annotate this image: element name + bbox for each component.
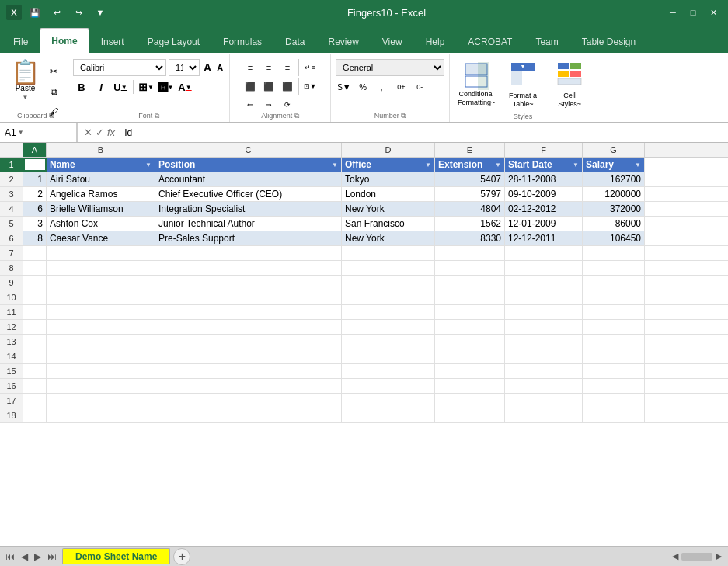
tab-home[interactable]: Home xyxy=(40,28,89,53)
cell-g8[interactable] xyxy=(583,261,645,275)
cell-a18[interactable] xyxy=(23,408,47,422)
cell-d3[interactable]: London xyxy=(342,187,435,201)
align-center-btn[interactable]: ⬛ xyxy=(260,78,277,95)
cell-a3[interactable]: 2 xyxy=(23,187,47,201)
cell-f8[interactable] xyxy=(505,261,583,275)
cell-e6[interactable]: 8330 xyxy=(435,231,505,245)
cell-g10[interactable] xyxy=(583,290,645,304)
row-num-15[interactable]: 15 xyxy=(0,364,23,378)
cell-ref-dropdown[interactable]: ▼ xyxy=(18,129,24,136)
col-header-b[interactable]: B xyxy=(47,143,155,157)
cell-a13[interactable] xyxy=(23,335,47,349)
cell-b4[interactable]: Brielle Williamson xyxy=(47,202,155,216)
redo-icon[interactable]: ↪ xyxy=(70,4,87,21)
cell-c10[interactable] xyxy=(155,290,342,304)
cell-f14[interactable] xyxy=(505,349,583,363)
cell-d16[interactable] xyxy=(342,379,435,393)
cell-d18[interactable] xyxy=(342,408,435,422)
tab-page-layout[interactable]: Page Layout xyxy=(136,28,211,53)
more-icon[interactable]: ▼ xyxy=(92,4,109,21)
tab-insert[interactable]: Insert xyxy=(89,28,136,53)
increase-font-btn[interactable]: A xyxy=(202,61,213,74)
cell-f11[interactable] xyxy=(505,305,583,319)
row-num-8[interactable]: 8 xyxy=(0,261,23,275)
cell-b11[interactable] xyxy=(47,305,155,319)
cell-a8[interactable] xyxy=(23,261,47,275)
tab-acrobat[interactable]: ACROBAT xyxy=(456,28,524,53)
align-right-btn[interactable]: ⬛ xyxy=(279,78,296,95)
col-header-e[interactable]: E xyxy=(435,143,505,157)
decrease-indent-btn[interactable]: ⇐ xyxy=(242,96,259,113)
row-num-4[interactable]: 4 xyxy=(0,202,23,216)
cancel-formula-icon[interactable]: ✕ xyxy=(84,127,92,138)
cell-g17[interactable] xyxy=(583,394,645,408)
cell-a16[interactable] xyxy=(23,379,47,393)
cell-d8[interactable] xyxy=(342,261,435,275)
align-left-btn[interactable]: ⬛ xyxy=(242,78,259,95)
format-table-button[interactable]: ▼ Format aTable~ xyxy=(501,61,545,110)
cell-a12[interactable] xyxy=(23,320,47,334)
confirm-formula-icon[interactable]: ✓ xyxy=(96,127,104,138)
decrease-decimal-btn[interactable]: .0- xyxy=(410,78,427,95)
cell-b14[interactable] xyxy=(47,349,155,363)
cell-c13[interactable] xyxy=(155,335,342,349)
row-num-13[interactable]: 13 xyxy=(0,335,23,349)
cell-f7[interactable] xyxy=(505,246,583,260)
tab-team[interactable]: Team xyxy=(524,28,570,53)
percent-btn[interactable]: % xyxy=(354,78,371,95)
cell-c7[interactable] xyxy=(155,246,342,260)
cell-f18[interactable] xyxy=(505,408,583,422)
cell-e3[interactable]: 5797 xyxy=(435,187,505,201)
comma-btn[interactable]: , xyxy=(373,78,390,95)
align-top-left-btn[interactable]: ≡ xyxy=(242,59,259,76)
cell-e10[interactable] xyxy=(435,290,505,304)
cell-g3[interactable]: 1200000 xyxy=(583,187,645,201)
cell-e16[interactable] xyxy=(435,379,505,393)
row-num-12[interactable]: 12 xyxy=(0,320,23,334)
cell-g6[interactable]: 106450 xyxy=(583,231,645,245)
cell-g18[interactable] xyxy=(583,408,645,422)
cell-b15[interactable] xyxy=(47,364,155,378)
cell-f2[interactable]: 28-11-2008 xyxy=(505,172,583,186)
align-top-center-btn[interactable]: ≡ xyxy=(260,59,277,76)
underline-button[interactable]: U▼ xyxy=(112,78,129,95)
cell-c8[interactable] xyxy=(155,261,342,275)
cell-g14[interactable] xyxy=(583,349,645,363)
increase-indent-btn[interactable]: ⇒ xyxy=(260,96,277,113)
row-num-16[interactable]: 16 xyxy=(0,379,23,393)
cell-b9[interactable] xyxy=(47,276,155,290)
id-dropdown[interactable]: ▼ xyxy=(37,161,43,168)
row-num-10[interactable]: 10 xyxy=(0,290,23,304)
cell-a15[interactable] xyxy=(23,364,47,378)
tab-file[interactable]: File xyxy=(2,28,40,53)
cell-c15[interactable] xyxy=(155,364,342,378)
cell-b1[interactable]: Name ▼ xyxy=(47,158,155,172)
row-num-3[interactable]: 3 xyxy=(0,187,23,201)
conditional-formatting-button[interactable]: ConditionalFormatting~ xyxy=(455,61,498,109)
insert-function-icon[interactable]: fx xyxy=(107,127,115,138)
row-num-18[interactable]: 18 xyxy=(0,408,23,422)
cell-b12[interactable] xyxy=(47,320,155,334)
col-header-f[interactable]: F xyxy=(505,143,583,157)
cell-f9[interactable] xyxy=(505,276,583,290)
cell-g12[interactable] xyxy=(583,320,645,334)
name-dropdown[interactable]: ▼ xyxy=(145,161,152,168)
tab-table-design[interactable]: Table Design xyxy=(570,28,647,53)
tab-data[interactable]: Data xyxy=(273,28,316,53)
cell-d7[interactable] xyxy=(342,246,435,260)
cell-b7[interactable] xyxy=(47,246,155,260)
cell-d11[interactable] xyxy=(342,305,435,319)
cell-a17[interactable] xyxy=(23,394,47,408)
row-num-7[interactable]: 7 xyxy=(0,246,23,260)
cell-b10[interactable] xyxy=(47,290,155,304)
position-dropdown[interactable]: ▼ xyxy=(332,161,338,168)
cell-g1[interactable]: Salary ▼ xyxy=(583,158,645,172)
cell-c16[interactable] xyxy=(155,379,342,393)
cell-d17[interactable] xyxy=(342,394,435,408)
cell-f13[interactable] xyxy=(505,335,583,349)
cell-e9[interactable] xyxy=(435,276,505,290)
cell-a10[interactable] xyxy=(23,290,47,304)
cell-e2[interactable]: 5407 xyxy=(435,172,505,186)
cell-f15[interactable] xyxy=(505,364,583,378)
cell-c2[interactable]: Accountant xyxy=(155,172,342,186)
